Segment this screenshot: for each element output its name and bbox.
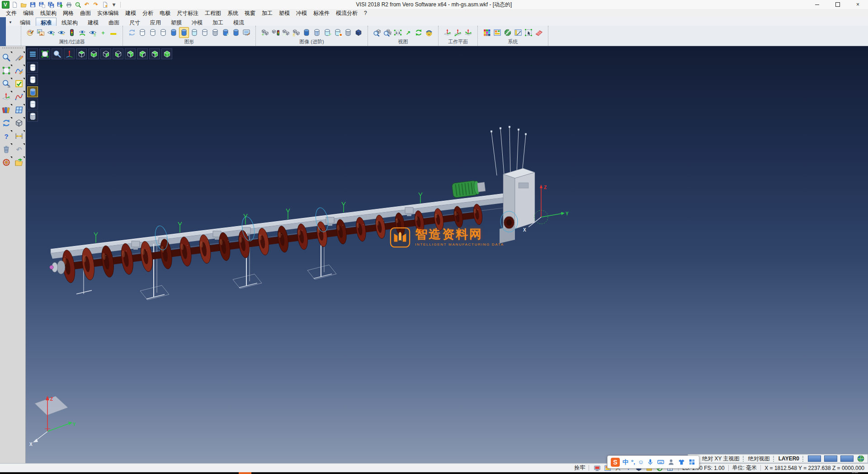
- delete-tool-button[interactable]: [0, 143, 12, 155]
- refresh-tool-button[interactable]: [0, 117, 12, 129]
- toggle-visibility-button[interactable]: ±: [88, 27, 98, 38]
- menu-item-15[interactable]: 冲模: [293, 9, 310, 18]
- taskbar-edge[interactable]: 0.00: [0, 472, 868, 474]
- layer-label[interactable]: LAYER0: [778, 455, 799, 462]
- units-status[interactable]: 单位: 毫米: [732, 464, 757, 472]
- globe-icon[interactable]: [857, 455, 865, 463]
- measure-tool-button[interactable]: [13, 130, 25, 142]
- view-left-button[interactable]: [113, 48, 123, 59]
- attribute-browser-button[interactable]: [0, 104, 12, 116]
- reference-solid-button[interactable]: ▣: [333, 27, 343, 38]
- menu-item-9[interactable]: 尺寸标注: [174, 9, 202, 18]
- observer-view-button[interactable]: [424, 27, 434, 38]
- view-right-button[interactable]: [100, 48, 111, 59]
- shade-preview-button[interactable]: [13, 117, 25, 129]
- layer-bar-1[interactable]: [808, 455, 821, 462]
- menu-item-18[interactable]: ?: [361, 9, 370, 17]
- render-hidden-line-button[interactable]: [27, 74, 38, 85]
- menu-item-17[interactable]: 模流分析: [333, 9, 361, 18]
- toolbar-grip[interactable]: [2, 47, 23, 50]
- soft-keyboard-button[interactable]: [657, 458, 665, 466]
- screen-status-button[interactable]: [593, 464, 602, 472]
- print-preview-button[interactable]: [74, 1, 82, 9]
- zoom-window-view-button[interactable]: [372, 27, 382, 38]
- microphone-button[interactable]: [646, 458, 654, 466]
- save-all-button[interactable]: [47, 1, 55, 9]
- show-axes-button[interactable]: [64, 48, 75, 59]
- menu-item-2[interactable]: 线架构: [37, 9, 60, 18]
- tab-8[interactable]: 冲模: [187, 18, 208, 26]
- sketch-edit-tool-button[interactable]: [13, 52, 25, 63]
- render-flat-button[interactable]: [27, 99, 38, 109]
- menu-item-6[interactable]: 建模: [122, 9, 139, 18]
- viewport-3d[interactable]: Z Y X Z Y X: [26, 46, 868, 463]
- curve-tool-button[interactable]: [13, 91, 25, 103]
- tab-1[interactable]: 标准: [36, 18, 57, 26]
- menu-item-11[interactable]: 系统: [224, 9, 241, 18]
- view-iso-left-button[interactable]: [137, 48, 148, 59]
- menu-item-16[interactable]: 标准件: [310, 9, 333, 18]
- solid-render-button[interactable]: [302, 27, 311, 38]
- hidden-line-view-button[interactable]: [148, 27, 158, 38]
- view-isometric-button[interactable]: [161, 48, 172, 59]
- layer-bar-2[interactable]: [824, 455, 837, 462]
- tab-7[interactable]: 塑膜: [166, 18, 187, 26]
- menu-item-4[interactable]: 曲面: [77, 9, 94, 18]
- menu-item-3[interactable]: 网格: [60, 9, 77, 18]
- new-file-button[interactable]: [10, 1, 19, 9]
- navigator-tool-button[interactable]: [0, 156, 12, 168]
- convert-solid-button[interactable]: →: [231, 27, 241, 38]
- zoom-window-button[interactable]: [39, 48, 50, 59]
- view-front-button[interactable]: [125, 48, 136, 59]
- layer-window-button[interactable]: [13, 104, 25, 116]
- maximize-button[interactable]: [827, 0, 848, 9]
- taskbar-app-highlight[interactable]: [239, 472, 251, 474]
- toolbox-button[interactable]: [688, 458, 696, 466]
- minimize-button[interactable]: [807, 0, 827, 9]
- refresh-visibility-button[interactable]: [77, 27, 87, 38]
- export-file-button[interactable]: [56, 1, 64, 9]
- lock-toggle[interactable]: 拴牢: [574, 464, 585, 472]
- skin-button[interactable]: [678, 458, 685, 466]
- tab-4[interactable]: 曲面: [104, 18, 124, 26]
- render-filter-button[interactable]: [270, 27, 280, 38]
- render-mesh-button[interactable]: [27, 111, 38, 122]
- save-copy-button[interactable]: [38, 1, 46, 9]
- tab-0[interactable]: 编辑: [15, 18, 36, 26]
- remove-filter-button[interactable]: ▬: [108, 27, 118, 38]
- zoom-tool-button[interactable]: [0, 52, 12, 63]
- display-settings-button[interactable]: [241, 27, 251, 38]
- zoom-scale-1-1-button[interactable]: 1:1: [393, 27, 403, 38]
- validate-solid-button[interactable]: ✔: [322, 27, 332, 38]
- hide-entities-button[interactable]: −: [57, 27, 66, 38]
- copy-attributes-button[interactable]: [36, 27, 46, 38]
- shaded-edges-view-button[interactable]: [179, 27, 189, 38]
- print-button[interactable]: [65, 1, 73, 9]
- workplane-orient-button[interactable]: [463, 27, 473, 38]
- menu-item-8[interactable]: 电极: [156, 9, 174, 18]
- shaded-view-button[interactable]: [169, 27, 179, 38]
- wireframe-view-button[interactable]: [137, 27, 147, 38]
- ime-punctuation-toggle[interactable]: °,: [631, 459, 635, 465]
- model-screw-conveyor[interactable]: Z Y X Z Y X: [26, 46, 868, 463]
- menu-item-10[interactable]: 工程图: [202, 9, 224, 18]
- view-mode-label[interactable]: 绝对 XY 主视图: [702, 455, 739, 463]
- menu-item-12[interactable]: 视窗: [241, 9, 259, 18]
- absolute-view-label[interactable]: 绝对视图: [748, 455, 770, 463]
- zoom-all-view-button[interactable]: [382, 27, 392, 38]
- toggle-render-button[interactable]: ±: [291, 27, 301, 38]
- save-file-button[interactable]: [28, 1, 37, 9]
- dashed-view-button[interactable]: [158, 27, 168, 38]
- tab-3[interactable]: 建模: [83, 18, 104, 26]
- zoom-extents-button[interactable]: [52, 48, 62, 59]
- menu-item-5[interactable]: 实体编辑: [94, 9, 122, 18]
- open-file-button[interactable]: [19, 1, 28, 9]
- visibility-filter-button[interactable]: [67, 27, 77, 38]
- customize-toolbar-button[interactable]: ▾: [110, 1, 118, 9]
- view-top-button[interactable]: [76, 48, 87, 59]
- regenerate-solid-button[interactable]: ↺: [221, 27, 231, 38]
- solid-box-view-button[interactable]: [354, 27, 363, 38]
- profile-edit-tool-button[interactable]: [13, 65, 25, 76]
- sogou-logo-icon[interactable]: S: [611, 458, 620, 467]
- tab-dropdown-icon[interactable]: ▼: [6, 20, 15, 26]
